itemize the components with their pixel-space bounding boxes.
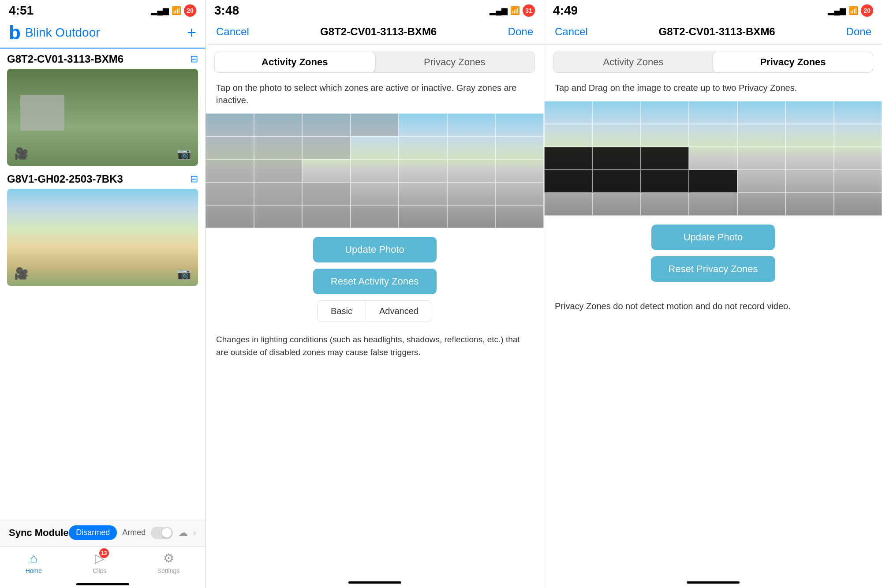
disarmed-button[interactable]: Disarmed bbox=[69, 525, 117, 540]
zone-cell[interactable] bbox=[302, 205, 351, 228]
zone-cell[interactable] bbox=[254, 159, 303, 182]
zone-cell-p[interactable] bbox=[785, 101, 833, 124]
zone-cell[interactable] bbox=[495, 205, 544, 228]
zone-cell-privacy[interactable] bbox=[641, 170, 689, 193]
snapshot-icon-2[interactable]: 📷 bbox=[177, 267, 191, 281]
zone-cell[interactable] bbox=[399, 113, 447, 136]
basic-button[interactable]: Basic bbox=[318, 301, 366, 322]
zone-cell[interactable] bbox=[447, 159, 496, 182]
zone-cell-p[interactable] bbox=[834, 147, 882, 170]
snapshot-icon-1[interactable]: 📷 bbox=[177, 147, 191, 161]
zone-cell[interactable] bbox=[206, 205, 254, 228]
nav-item-settings[interactable]: ⚙ Settings bbox=[157, 551, 180, 574]
zone-cell-p[interactable] bbox=[689, 193, 737, 216]
zone-cell[interactable] bbox=[302, 113, 351, 136]
zone-cell[interactable] bbox=[447, 113, 496, 136]
tab-privacy-zones-3[interactable]: Privacy Zones bbox=[713, 52, 873, 72]
zone-cell-p[interactable] bbox=[834, 193, 882, 216]
zone-cell[interactable] bbox=[495, 159, 544, 182]
zone-cell-p[interactable] bbox=[641, 101, 689, 124]
zone-cell-privacy[interactable] bbox=[544, 147, 592, 170]
zone-cell-p[interactable] bbox=[592, 124, 640, 147]
zone-cell-p[interactable] bbox=[737, 170, 785, 193]
zone-cell-p[interactable] bbox=[544, 101, 592, 124]
zone-cell-p[interactable] bbox=[689, 101, 737, 124]
armed-button[interactable]: Armed bbox=[122, 528, 146, 537]
advanced-button[interactable]: Advanced bbox=[366, 301, 432, 322]
zone-cell-p[interactable] bbox=[641, 193, 689, 216]
cancel-button-3[interactable]: Cancel bbox=[555, 26, 588, 38]
zone-cell-privacy[interactable] bbox=[544, 170, 592, 193]
zone-cell-privacy[interactable] bbox=[592, 147, 640, 170]
zone-cell-p[interactable] bbox=[785, 170, 833, 193]
zone-cell[interactable] bbox=[399, 159, 447, 182]
zone-cell-p[interactable] bbox=[785, 124, 833, 147]
zone-cell[interactable] bbox=[254, 136, 303, 159]
zone-cell[interactable] bbox=[351, 113, 399, 136]
zone-cell[interactable] bbox=[302, 182, 351, 205]
zone-cell[interactable] bbox=[447, 205, 496, 228]
zone-cell-privacy[interactable] bbox=[641, 147, 689, 170]
zone-cell[interactable] bbox=[447, 136, 496, 159]
tab-privacy-zones-2[interactable]: Privacy Zones bbox=[375, 52, 535, 72]
nav-item-home[interactable]: ⌂ Home bbox=[26, 551, 42, 574]
zone-cell-p[interactable] bbox=[737, 101, 785, 124]
zone-cell[interactable] bbox=[206, 159, 254, 182]
zone-cell[interactable] bbox=[495, 182, 544, 205]
zone-cell[interactable] bbox=[447, 182, 496, 205]
zone-cell[interactable] bbox=[399, 182, 447, 205]
zone-cell-p[interactable] bbox=[689, 147, 737, 170]
zone-cell[interactable] bbox=[351, 205, 399, 228]
zone-cell-p[interactable] bbox=[641, 124, 689, 147]
zone-cell[interactable] bbox=[351, 136, 399, 159]
zone-cell-p[interactable] bbox=[544, 193, 592, 216]
zone-cell-p[interactable] bbox=[834, 101, 882, 124]
zone-cell[interactable] bbox=[254, 205, 303, 228]
filter-icon-2[interactable]: ⊟ bbox=[190, 173, 198, 185]
camera-thumbnail-1[interactable]: 🎥 📷 bbox=[7, 69, 198, 166]
zone-cell[interactable] bbox=[351, 182, 399, 205]
activity-zone-image[interactable] bbox=[206, 113, 544, 228]
zone-cell[interactable] bbox=[495, 113, 544, 136]
zone-cell[interactable] bbox=[302, 159, 351, 182]
zone-cell-p[interactable] bbox=[737, 193, 785, 216]
done-button-2[interactable]: Done bbox=[508, 26, 533, 38]
signal-icon-2: ▂▄▆ bbox=[490, 6, 508, 15]
zone-cell[interactable] bbox=[206, 113, 254, 136]
zone-cell[interactable] bbox=[206, 136, 254, 159]
filter-icon-1[interactable]: ⊟ bbox=[190, 53, 198, 65]
zone-cell-p[interactable] bbox=[737, 147, 785, 170]
zone-cell-p[interactable] bbox=[785, 193, 833, 216]
update-photo-button-2[interactable]: Update Photo bbox=[313, 237, 437, 262]
zone-cell-p[interactable] bbox=[785, 147, 833, 170]
zone-cell[interactable] bbox=[254, 182, 303, 205]
reset-privacy-zones-button[interactable]: Reset Privacy Zones bbox=[651, 256, 776, 282]
cancel-button-2[interactable]: Cancel bbox=[216, 26, 249, 38]
update-photo-button-3[interactable]: Update Photo bbox=[651, 225, 775, 250]
zone-cell[interactable] bbox=[399, 136, 447, 159]
zone-cell[interactable] bbox=[399, 205, 447, 228]
zone-cell-privacy[interactable] bbox=[689, 170, 737, 193]
privacy-zone-image[interactable] bbox=[544, 101, 882, 216]
zone-cell-p[interactable] bbox=[592, 101, 640, 124]
tab-activity-zones-3[interactable]: Activity Zones bbox=[553, 52, 713, 72]
zone-cell[interactable] bbox=[351, 159, 399, 182]
zone-cell[interactable] bbox=[495, 136, 544, 159]
zone-cell-p[interactable] bbox=[544, 124, 592, 147]
zone-cell[interactable] bbox=[302, 136, 351, 159]
reset-activity-zones-button[interactable]: Reset Activity Zones bbox=[313, 269, 437, 294]
zone-cell-p[interactable] bbox=[834, 170, 882, 193]
camera-thumbnail-2[interactable]: 🎥 📷 bbox=[7, 189, 198, 286]
zone-cell-p[interactable] bbox=[737, 124, 785, 147]
arm-toggle[interactable] bbox=[151, 527, 173, 539]
zone-cell-privacy[interactable] bbox=[592, 170, 640, 193]
tab-activity-zones-2[interactable]: Activity Zones bbox=[215, 52, 375, 72]
zone-cell-p[interactable] bbox=[834, 124, 882, 147]
zone-cell[interactable] bbox=[254, 113, 303, 136]
zone-cell-p[interactable] bbox=[689, 124, 737, 147]
done-button-3[interactable]: Done bbox=[846, 26, 871, 38]
add-camera-button[interactable]: + bbox=[187, 23, 196, 42]
nav-item-clips[interactable]: ▷ 13 Clips bbox=[93, 551, 106, 574]
zone-cell-p[interactable] bbox=[592, 193, 640, 216]
zone-cell[interactable] bbox=[206, 182, 254, 205]
